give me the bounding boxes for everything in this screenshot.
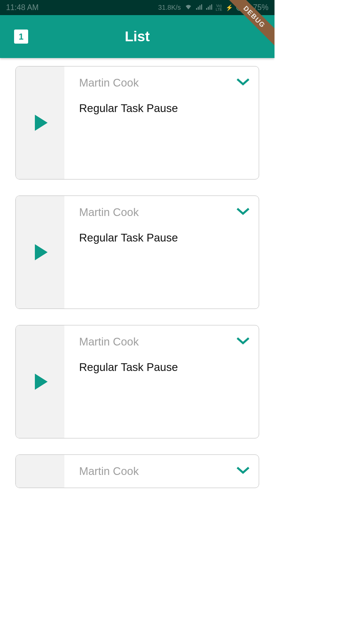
signal-icon	[196, 3, 202, 12]
item-name: Martin Cook	[79, 335, 249, 348]
expand-button[interactable]	[236, 78, 250, 86]
network-speed: 31.8K/s	[158, 4, 181, 11]
expand-button[interactable]	[236, 207, 250, 215]
item-task: Regular Task Pause	[79, 102, 249, 115]
list-item[interactable]: Martin Cook Regular Task Pause	[15, 325, 259, 438]
play-button[interactable]	[16, 325, 64, 438]
play-button[interactable]	[16, 455, 64, 488]
play-icon	[35, 244, 48, 260]
page-title: List	[125, 29, 150, 45]
expand-button[interactable]	[236, 337, 250, 345]
battery-icon	[236, 5, 250, 11]
status-bar: 11:48 AM 31.8K/s Vo) LTE ⚡ 75%	[0, 0, 275, 15]
battery-percent: 75%	[253, 3, 268, 12]
card-content: Martin Cook Regular Task Pause	[64, 196, 259, 309]
item-name: Martin Cook	[79, 206, 249, 219]
chevron-down-icon	[236, 466, 250, 474]
list-item[interactable]: Martin Cook Regular Task Pause	[15, 66, 259, 179]
list-item[interactable]: Martin Cook	[15, 454, 259, 488]
charging-icon: ⚡	[226, 4, 233, 11]
chevron-down-icon	[236, 207, 250, 215]
list-item[interactable]: Martin Cook Regular Task Pause	[15, 196, 259, 309]
app-icon-badge[interactable]: 1	[14, 30, 28, 44]
play-icon	[35, 374, 48, 390]
play-button[interactable]	[16, 196, 64, 309]
chevron-down-icon	[236, 78, 250, 86]
card-content: Martin Cook Regular Task Pause	[64, 66, 259, 179]
play-icon	[35, 115, 48, 131]
signal-icon-2	[206, 3, 213, 12]
card-content: Martin Cook Regular Task Pause	[64, 325, 259, 438]
chevron-down-icon	[236, 337, 250, 345]
list-container: Martin Cook Regular Task Pause Martin Co…	[0, 58, 275, 488]
card-content: Martin Cook	[64, 455, 259, 488]
app-bar: 1 List	[0, 15, 275, 58]
play-button[interactable]	[16, 66, 64, 179]
item-task: Regular Task Pause	[79, 361, 249, 374]
wifi-icon	[184, 3, 192, 12]
item-name: Martin Cook	[79, 76, 249, 89]
item-name: Martin Cook	[79, 465, 249, 478]
status-right: 31.8K/s Vo) LTE ⚡ 75%	[158, 3, 268, 12]
volte-icon: Vo) LTE	[216, 4, 222, 11]
status-time: 11:48 AM	[6, 3, 39, 12]
item-task: Regular Task Pause	[79, 231, 249, 244]
expand-button[interactable]	[236, 466, 250, 474]
